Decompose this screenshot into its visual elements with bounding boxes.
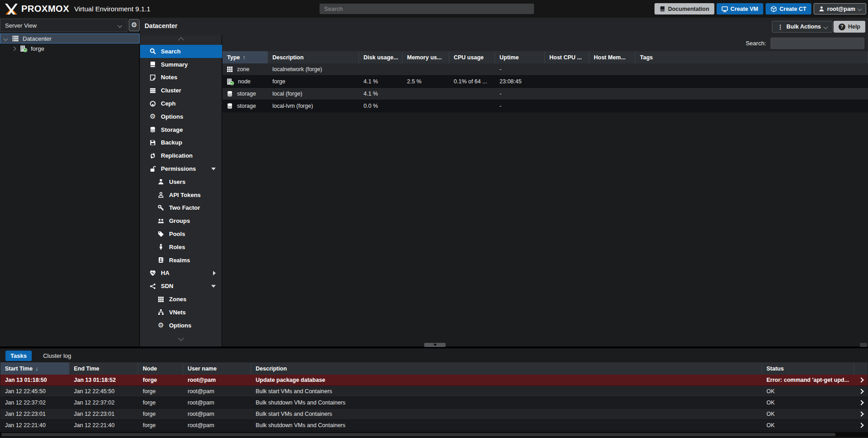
nav-item-vnets[interactable]: VNets <box>140 306 222 319</box>
nav-item-replication[interactable]: Replication <box>140 149 222 162</box>
view-settings-button[interactable]: ⚙ <box>129 19 140 31</box>
nav-item-search[interactable]: Search <box>140 45 222 58</box>
scrollbar-corner[interactable] <box>860 343 867 347</box>
user-icon <box>819 6 824 12</box>
nav-item-cluster[interactable]: Cluster <box>140 84 222 97</box>
nav-item-sdn[interactable]: SDN <box>140 279 222 293</box>
column-header-host-mem[interactable]: Host Mem... <box>589 51 635 63</box>
nav-item-label: Options <box>161 113 183 120</box>
column-header-user-name[interactable]: User name <box>183 362 251 375</box>
type-cell: node <box>223 76 268 87</box>
table-row-node-1[interactable]: nodeforge4.1 %2.5 %0.1% of 64 ...23:08:4… <box>223 76 868 88</box>
cell: Bulk shutdown VMs and Containers <box>251 420 762 431</box>
global-search-input[interactable] <box>320 4 534 14</box>
tree-item-datacenter[interactable]: Datacenter <box>0 34 140 43</box>
nav-item-permissions[interactable]: Permissions <box>140 162 222 175</box>
table-row-storage-3[interactable]: storagelocal-lvm (forge)0.0 %- <box>223 100 868 112</box>
nav-item-options[interactable]: ⚙Options <box>140 319 222 332</box>
column-header-node[interactable]: Node <box>138 362 183 375</box>
nav-item-two-factor[interactable]: Two Factor <box>140 202 222 215</box>
nav-item-api-tokens[interactable]: API Tokens <box>140 188 222 202</box>
cell: Bulk start VMs and Containers <box>251 386 762 397</box>
nav-item-options[interactable]: ⚙Options <box>140 110 222 123</box>
column-header-host-cpu[interactable]: Host CPU ... <box>545 51 589 63</box>
search-filter-input[interactable] <box>771 38 864 49</box>
nav-item-ceph[interactable]: Ceph <box>140 97 222 110</box>
nav-item-summary[interactable]: Summary <box>140 58 222 71</box>
column-header-disk-usage[interactable]: Disk usage... <box>359 51 402 63</box>
tab-tasks[interactable]: Tasks <box>5 351 32 361</box>
table-row-storage-2[interactable]: storagelocal (forge)4.1 %- <box>223 88 868 100</box>
task-row-1[interactable]: Jan 12 22:45:50Jan 12 22:45:50forgeroot@… <box>0 386 868 397</box>
column-header-end-time[interactable]: End Time <box>69 362 138 375</box>
documentation-button[interactable]: Documentation <box>655 3 714 14</box>
table-row-zone-0[interactable]: zonelocalnetwork (forge)- <box>223 63 868 76</box>
tab-cluster-log[interactable]: Cluster log <box>38 351 76 361</box>
search-icon <box>149 48 156 54</box>
column-header-type[interactable]: Type↑ <box>223 51 268 63</box>
column-header-description[interactable]: Description <box>268 51 359 63</box>
nav-item-notes[interactable]: Notes <box>140 71 222 84</box>
nav-item-backup[interactable]: Backup <box>140 136 222 149</box>
ceph-icon <box>149 101 156 107</box>
cell <box>545 76 589 87</box>
cell: root@pam <box>183 420 251 431</box>
nav-item-zones[interactable]: Zones <box>140 293 222 306</box>
person-icon <box>157 244 165 250</box>
cell: Jan 12 22:21:40 <box>69 420 138 431</box>
cell: Jan 12 22:45:50 <box>0 386 69 397</box>
task-row-2[interactable]: Jan 12 22:37:02Jan 12 22:37:02forgeroot@… <box>0 397 868 409</box>
nav-item-label: VNets <box>169 309 186 316</box>
cell: OK <box>762 409 854 419</box>
column-header-tags[interactable]: Tags <box>635 51 868 63</box>
create-ct-button[interactable]: Create CT <box>766 3 811 14</box>
cell: Jan 13 01:18:52 <box>69 375 138 385</box>
nav-item-storage[interactable]: Storage <box>140 123 222 136</box>
user-menu-button[interactable]: root@pam <box>814 3 866 14</box>
nav-item-roles[interactable]: Roles <box>140 241 222 254</box>
task-row-0[interactable]: Jan 13 01:18:50Jan 13 01:18:52forgeroot@… <box>0 375 868 386</box>
create-vm-button[interactable]: Create VM <box>717 3 763 14</box>
nav-item-label: Two Factor <box>169 204 200 211</box>
column-header-start-time[interactable]: Start Time↓ <box>0 362 69 375</box>
column-header-description[interactable]: Description <box>251 362 762 375</box>
cell <box>449 100 495 112</box>
view-selector-row: Server View ⚙ <box>0 18 140 34</box>
horizontal-scrollbar[interactable] <box>0 432 868 437</box>
open-task-chevron[interactable] <box>854 386 868 397</box>
nav-scroll-down[interactable] <box>140 336 222 340</box>
bulk-actions-button[interactable]: ⋮ Bulk Actions <box>772 21 833 33</box>
cell: forge <box>138 409 183 419</box>
nav-item-label: Replication <box>161 152 193 159</box>
scrollbar-handle[interactable] <box>1 433 835 436</box>
help-button[interactable]: ? Help <box>834 21 865 33</box>
panel-collapse-handle[interactable] <box>424 343 446 347</box>
cell: root@pam <box>183 397 251 408</box>
nav-scroll-up[interactable] <box>140 38 222 42</box>
cell: OK <box>762 386 854 397</box>
cell: Bulk start VMs and Containers <box>251 409 762 419</box>
expander-chevron-down-icon[interactable] <box>4 36 8 41</box>
type-cell: storage <box>223 88 268 100</box>
expander-chevron-right-icon[interactable] <box>12 46 16 51</box>
open-task-chevron[interactable] <box>854 375 868 385</box>
column-header-memory-us[interactable]: Memory us... <box>402 51 449 63</box>
open-task-chevron[interactable] <box>854 409 868 419</box>
open-task-chevron[interactable] <box>854 397 868 408</box>
tree-item-forge[interactable]: forge <box>0 43 140 53</box>
cell: Jan 12 22:45:50 <box>69 386 138 397</box>
view-selector[interactable]: Server View <box>0 19 127 32</box>
task-row-3[interactable]: Jan 12 22:23:01Jan 12 22:23:01forgeroot@… <box>0 409 868 420</box>
task-row-4[interactable]: Jan 12 22:21:40Jan 12 22:21:40forgeroot@… <box>0 420 868 431</box>
proxmox-app: PROXMOX Virtual Environment 9.1.1 Docume… <box>0 0 868 438</box>
nav-item-groups[interactable]: Groups <box>140 214 222 227</box>
column-header-status[interactable]: Status <box>762 362 854 375</box>
nav-item-ha[interactable]: HA <box>140 267 222 280</box>
nav-item-realms[interactable]: Realms <box>140 254 222 267</box>
column-header-uptime[interactable]: Uptime <box>495 51 545 63</box>
column-header-cpu-usage[interactable]: CPU usage <box>449 51 495 63</box>
nav-item-pools[interactable]: Pools <box>140 227 222 241</box>
open-task-chevron[interactable] <box>854 420 868 431</box>
nav-item-users[interactable]: Users <box>140 175 222 188</box>
tasks-tabs: TasksCluster log <box>5 350 76 361</box>
